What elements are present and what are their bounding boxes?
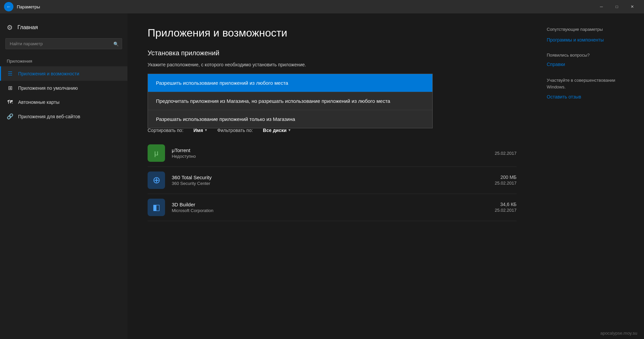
filter-chevron-icon: ▾ (288, 128, 290, 132)
360-icon: ⊕ (148, 172, 165, 189)
search-box: 🔍 (5, 38, 122, 49)
sort-select[interactable]: Имя ▾ (194, 128, 207, 133)
watermark: apocalypse.moy.su (600, 331, 637, 336)
3dbuilder-meta: 34,6 КБ 25.02.2017 (495, 202, 517, 213)
help-link[interactable]: Справки (547, 62, 634, 67)
3dbuilder-info: 3D Builder Microsoft Corporation (172, 202, 488, 213)
app-list: μ μTorrent Недоступно 25.02.2017 ⊕ 360 T… (148, 140, 517, 221)
sidebar-item-web-apps[interactable]: 🔗 Приложения для веб-сайтов (0, 109, 127, 124)
utorrent-name: μTorrent (172, 147, 488, 153)
sidebar-label-2: Автономные карты (18, 99, 59, 105)
360-date: 25.02.2017 (495, 181, 517, 186)
install-section-desc: Укажите расположение, с которого необход… (148, 62, 517, 68)
main-content: Приложения и возможности Установка прило… (127, 13, 537, 339)
close-button[interactable]: ✕ (625, 0, 640, 13)
app-item-360security[interactable]: ⊕ 360 Total Security 360 Security Center… (148, 167, 517, 194)
sidebar-item-apps-features[interactable]: ☰ Приложения и возможности (0, 66, 127, 81)
got-questions: Появились вопросы? (547, 53, 634, 58)
app-body: ⚙ Главная 🔍 Приложения ☰ Приложения и во… (0, 13, 644, 339)
improve-text: Участвуйте в совершенствовании Windows. (547, 77, 634, 90)
sort-label: Сортировать по: (148, 128, 183, 133)
programs-link[interactable]: Программы и компоненты (547, 37, 634, 43)
360-info: 360 Total Security 360 Security Center (172, 175, 488, 186)
link-icon: 🔗 (7, 113, 13, 120)
sidebar-item-default-apps[interactable]: ⊞ Приложения по умолчанию (0, 81, 127, 95)
3dbuilder-name: 3D Builder (172, 202, 488, 207)
search-icon: 🔍 (113, 41, 119, 46)
360-size: 200 МБ (495, 175, 517, 180)
sidebar-home[interactable]: ⚙ Главная (0, 20, 127, 38)
sidebar-label-1: Приложения по умолчанию (18, 85, 78, 91)
grid-icon: ⊞ (7, 85, 13, 91)
3dbuilder-size: 34,6 КБ (495, 202, 517, 207)
360-publisher: 360 Security Center (172, 181, 488, 186)
install-section-title: Установка приложений (148, 49, 517, 57)
dropdown-option-0[interactable]: Разрешить использование приложений из лю… (148, 74, 432, 92)
maximize-button[interactable]: □ (609, 0, 625, 13)
filter-label: Фильтровать по: (217, 128, 253, 133)
utorrent-meta: 25.02.2017 (495, 150, 517, 156)
3dbuilder-publisher: Microsoft Corporation (172, 208, 488, 213)
360-meta: 200 МБ 25.02.2017 (495, 175, 517, 186)
sidebar-item-offline-maps[interactable]: 🗺 Автономные карты (0, 95, 127, 109)
page-title: Приложения и возможности (148, 27, 517, 39)
related-title: Сопутствующие параметры (547, 27, 634, 32)
sidebar-label-3: Приложения для веб-сайтов (18, 114, 80, 119)
window-controls: ─ □ ✕ (594, 0, 640, 13)
sort-chevron-icon: ▾ (205, 128, 207, 132)
right-panel: Сопутствующие параметры Программы и комп… (537, 13, 644, 339)
app-item-utorrent[interactable]: μ μTorrent Недоступно 25.02.2017 (148, 140, 517, 167)
utorrent-date: 25.02.2017 (495, 151, 517, 156)
minimize-button[interactable]: ─ (594, 0, 609, 13)
dropdown-menu: Разрешить использование приложений из лю… (148, 74, 433, 128)
map-icon: 🗺 (7, 99, 13, 105)
3dbuilder-date: 25.02.2017 (495, 208, 517, 213)
feedback-link[interactable]: Оставить отзыв (547, 94, 634, 99)
sidebar-section-title: Приложения (0, 56, 127, 66)
app-item-3dbuilder[interactable]: ◧ 3D Builder Microsoft Corporation 34,6 … (148, 194, 517, 221)
home-label: Главная (17, 24, 38, 30)
utorrent-publisher: Недоступно (172, 154, 488, 159)
back-button[interactable]: ← (4, 2, 13, 11)
dropdown-option-1[interactable]: Предпочитать приложения из Магазина, но … (148, 92, 432, 110)
list-icon: ☰ (7, 70, 13, 77)
window-title: Параметры (17, 4, 40, 9)
dropdown-option-2[interactable]: Разрешать использование приложений тольк… (148, 110, 432, 128)
sidebar-label-0: Приложения и возможности (18, 71, 79, 76)
utorrent-info: μTorrent Недоступно (172, 147, 488, 159)
search-input[interactable] (5, 38, 122, 49)
titlebar: ← Параметры ─ □ ✕ (0, 0, 644, 13)
home-icon: ⚙ (7, 23, 13, 31)
filter-select[interactable]: Все диски ▾ (263, 128, 290, 133)
filter-row: Сортировать по: Имя ▾ Фильтровать по: Вс… (148, 128, 517, 133)
sidebar: ⚙ Главная 🔍 Приложения ☰ Приложения и во… (0, 13, 127, 339)
3dbuilder-icon: ◧ (148, 199, 165, 216)
360-name: 360 Total Security (172, 175, 488, 180)
utorrent-icon: μ (148, 144, 165, 162)
